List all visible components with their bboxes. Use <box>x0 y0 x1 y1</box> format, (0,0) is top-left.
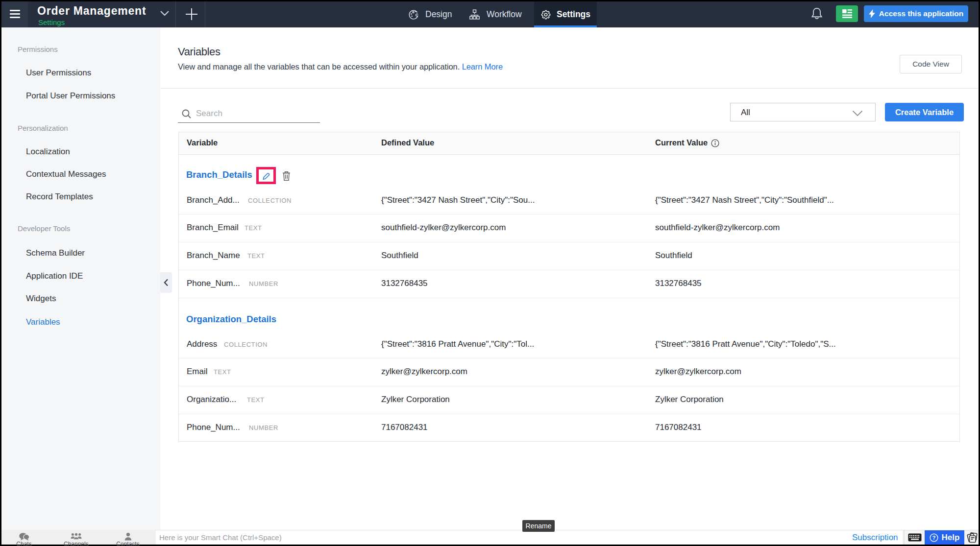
svg-text:?: ? <box>932 535 935 541</box>
